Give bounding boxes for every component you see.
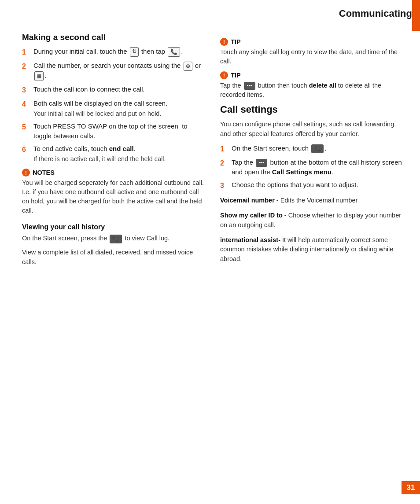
start-screen-phone-icon: 📞 (110, 235, 122, 243)
cs-dots-icon: ••• (256, 159, 267, 167)
step-3: 3 Touch the call icon to connect the cal… (22, 85, 204, 95)
cs-step-1-content: On the Start screen, touch 📞. (232, 143, 402, 153)
intl-assist-term: international assist- (220, 236, 280, 243)
tip2-text: Tap the ••• button then touch delete all… (220, 81, 402, 99)
setting-caller-id: Show my caller ID to - Choose whether to… (220, 211, 402, 230)
voicemail-term: Voicemail number (220, 197, 275, 204)
cs-step-3-num: 3 (220, 180, 230, 191)
step-4-num: 4 (22, 99, 32, 109)
cs-step-3-content: Choose the options that you want to adju… (232, 180, 402, 190)
step-3-content: Touch the call icon to connect the call. (33, 85, 204, 94)
tip1-box: ! TIP Touch any single call log entry to… (220, 38, 402, 66)
call-settings-title: Call settings (220, 104, 402, 115)
step-4-content: Both calls will be displayed on the call… (33, 99, 204, 118)
dots-button-icon: ••• (244, 82, 255, 90)
step-2-content: Call the number, or search your contacts… (33, 61, 204, 81)
step-4: 4 Both calls will be displayed on the ca… (22, 99, 204, 118)
step-5-content: Touch PRESS TO SWAP on the top of the sc… (33, 121, 204, 141)
call-settings-steps: 1 On the Start screen, touch 📞. 2 Tap th… (220, 143, 402, 191)
step-6-sub: If there is no active call, it will end … (33, 155, 204, 163)
cs-step-2-num: 2 (220, 158, 230, 168)
tip2-icon: ! (220, 71, 228, 79)
contacts-icon-2: ▦ (34, 71, 44, 81)
tip1-text: Touch any single call log entry to view … (220, 48, 402, 66)
page-title: Communicating (339, 8, 420, 19)
step-6: 6 To end active calls, touch end call. I… (22, 144, 204, 163)
step-1-num: 1 (22, 47, 32, 57)
tip2-label: TIP (231, 72, 241, 79)
viewing-para2: View a complete list of all dialed, rece… (22, 248, 204, 267)
switch-icon: ⇅ (130, 47, 139, 56)
viewing-history-title: Viewing your call history (22, 223, 204, 231)
cs-step-2-content: Tap the ••• button at the bottom of the … (232, 158, 402, 177)
step-3-num: 3 (22, 85, 32, 95)
making-call-steps: 1 During your initial call, touch the ⇅ … (22, 47, 204, 163)
step-1: 1 During your initial call, touch the ⇅ … (22, 47, 204, 57)
call-settings-intro: You can configure phone call settings, s… (220, 120, 402, 139)
step-6-content: To end active calls, touch end call. If … (33, 144, 204, 163)
notes-header: ! NOTES (22, 169, 204, 177)
setting-voicemail: Voicemail number - Edits the Voicemail n… (220, 196, 402, 206)
header-accent-bar (412, 0, 420, 31)
tip1-label: TIP (231, 38, 241, 45)
cs-step-3: 3 Choose the options that you want to ad… (220, 180, 402, 191)
step-5-num: 5 (22, 122, 32, 132)
notes-label: NOTES (33, 169, 55, 176)
notes-icon: ! (22, 169, 30, 177)
contacts-icon-1: ⊕ (184, 62, 192, 71)
notes-text: You will be charged seperately for each … (22, 178, 204, 215)
tip2-header: ! TIP (220, 71, 402, 79)
tip1-header: ! TIP (220, 38, 402, 46)
step-1-content: During your initial call, touch the ⇅ th… (33, 47, 204, 57)
page-header: Communicating (0, 0, 420, 24)
page-number: 31 (402, 481, 420, 494)
left-column: Making a second call 1 During your initi… (22, 33, 204, 272)
tip1-icon: ! (220, 38, 228, 46)
caller-id-term: Show my caller ID to (220, 212, 283, 219)
right-column: ! TIP Touch any single call log entry to… (220, 33, 402, 272)
phone-tap-icon: 📞 (168, 47, 180, 57)
tip2-box: ! TIP Tap the ••• button then touch dele… (220, 71, 402, 99)
viewing-para1: On the Start screen, press the 📞 to view… (22, 234, 204, 243)
cs-step-1-num: 1 (220, 144, 230, 154)
step-6-num: 6 (22, 144, 32, 155)
settings-list: Voicemail number - Edits the Voicemail n… (220, 196, 402, 264)
making-second-call-title: Making a second call (22, 33, 204, 42)
step-2-num: 2 (22, 61, 32, 71)
cs-phone-icon: 📞 (311, 144, 324, 153)
notes-box: ! NOTES You will be charged seperately f… (22, 169, 204, 215)
step-5: 5 Touch PRESS TO SWAP on the top of the … (22, 121, 204, 141)
step-4-sub: Your initial call will be locked and put… (33, 109, 204, 118)
step-2: 2 Call the number, or search your contac… (22, 61, 204, 81)
main-content: Making a second call 1 During your initi… (0, 24, 420, 298)
setting-intl-assist: international assist- It will help autom… (220, 235, 402, 264)
cs-step-2: 2 Tap the ••• button at the bottom of th… (220, 158, 402, 177)
cs-step-1: 1 On the Start screen, touch 📞. (220, 143, 402, 154)
